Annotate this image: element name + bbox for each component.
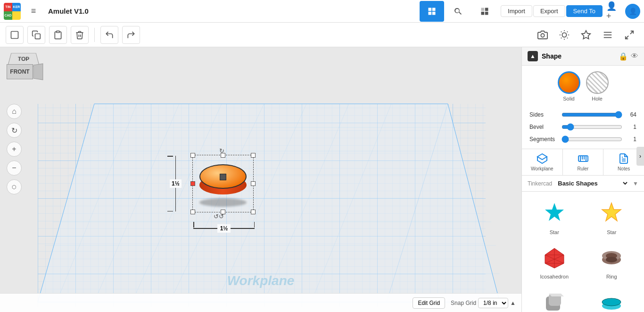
export-button[interactable]: Export xyxy=(533,5,565,17)
view-front-face[interactable]: FRONT xyxy=(7,64,33,79)
handle-bl[interactable] xyxy=(190,210,195,214)
snap-grid-select[interactable]: 1/8 in 1/4 in 1/2 in 1 in xyxy=(478,298,508,308)
svg-rect-3 xyxy=(432,11,436,15)
segments-slider[interactable] xyxy=(561,135,622,143)
copy-button[interactable] xyxy=(27,26,45,44)
paste-button[interactable] xyxy=(49,26,67,44)
undo-button[interactable] xyxy=(100,26,118,44)
solid-type[interactable]: Solid xyxy=(558,71,580,101)
svg-rect-9 xyxy=(35,34,41,39)
shape-item-ring[interactable]: Ring xyxy=(583,240,641,284)
svg-point-11 xyxy=(541,34,544,37)
nav-blocks-button[interactable] xyxy=(472,1,497,22)
segments-param-row: Segments 1 xyxy=(529,135,636,143)
mirror-button[interactable] xyxy=(620,26,638,44)
main-area: TOP FRONT ⌂ ↻ + − ⬡ Workplane 1½ xyxy=(0,47,644,312)
handle-rm[interactable] xyxy=(251,181,256,186)
star-yellow-svg xyxy=(599,201,624,226)
shape-item-icosahedron[interactable]: Icosahedron xyxy=(526,240,583,284)
shape-lock-button[interactable]: 🔒 xyxy=(619,52,628,61)
light-button[interactable] xyxy=(555,26,573,44)
logo-tl: TIN xyxy=(4,3,12,11)
diamond-svg xyxy=(599,290,624,312)
align-icon xyxy=(603,30,613,40)
delete-button[interactable] xyxy=(71,26,89,44)
snap-grid-arrow: ▲ xyxy=(510,300,516,306)
header-nav xyxy=(420,1,497,22)
dim-cap-top xyxy=(167,156,173,157)
nav-grid-button[interactable] xyxy=(420,1,444,22)
bottom-bar: Edit Grid Snap Grid 1/8 in 1/4 in 1/2 in… xyxy=(0,293,521,312)
import-button[interactable]: Import xyxy=(501,5,532,17)
handle-br[interactable] xyxy=(251,210,256,214)
app-logo[interactable]: TIN KER CAD xyxy=(4,3,21,20)
svg-marker-57 xyxy=(602,203,621,221)
user-avatar[interactable]: 👤 xyxy=(625,4,640,19)
nav-build-button[interactable] xyxy=(446,1,471,22)
library-category-select[interactable]: Basic Shapes Text Connectors xyxy=(556,179,629,187)
add-user-icon[interactable]: 👤+ xyxy=(606,5,619,18)
svg-point-12 xyxy=(562,33,566,37)
panel-collapse-button[interactable]: › xyxy=(636,147,644,166)
svg-line-15 xyxy=(561,31,561,32)
camera-icon xyxy=(537,30,548,40)
selection-box xyxy=(192,155,254,212)
view-indicator[interactable]: TOP FRONT xyxy=(5,52,46,92)
handle-tm[interactable] xyxy=(221,153,225,158)
bevel-slider[interactable] xyxy=(561,123,622,131)
dim-value-vertical: 1½ xyxy=(170,179,182,188)
home-view-button[interactable]: ⌂ xyxy=(7,104,22,119)
menu-button[interactable]: ≡ xyxy=(25,2,42,20)
svg-rect-10 xyxy=(57,31,60,32)
new-button[interactable] xyxy=(6,26,24,44)
svg-line-26 xyxy=(626,35,628,38)
send-to-button[interactable]: Send To xyxy=(566,5,603,17)
svg-rect-7 xyxy=(481,8,485,11)
shape-label-star-yellow: Star xyxy=(607,229,616,235)
align-button[interactable] xyxy=(599,26,617,44)
viewport[interactable]: TOP FRONT ⌂ ↻ + − ⬡ Workplane 1½ xyxy=(0,47,521,312)
right-panel: ▲ Shape 🔒 👁 Solid Hole Si xyxy=(521,47,644,312)
svg-rect-6 xyxy=(485,11,488,15)
object-wrapper[interactable]: 1½ 1½ ↻ ↺↺ xyxy=(198,160,248,207)
handle-bm[interactable] xyxy=(221,210,225,214)
sides-label: Sides xyxy=(529,111,558,118)
shape-item-star-yellow[interactable]: Star xyxy=(583,195,641,240)
toolbar-right xyxy=(534,26,638,44)
ruler-button[interactable]: Ruler xyxy=(563,149,604,175)
handle-tr[interactable] xyxy=(251,153,256,158)
app-title: Amulet V1.0 xyxy=(48,7,89,15)
svg-rect-5 xyxy=(485,8,488,11)
edit-grid-button[interactable]: Edit Grid xyxy=(413,297,445,309)
segments-value: 1 xyxy=(626,136,636,143)
shape-thumb-star-teal xyxy=(541,200,568,227)
perspective-button[interactable]: ⬡ xyxy=(7,179,22,194)
workplane-button[interactable]: Workplane xyxy=(522,149,563,175)
camera-button[interactable] xyxy=(534,26,552,44)
sides-slider[interactable] xyxy=(561,111,622,118)
zoom-in-button[interactable]: + xyxy=(7,142,22,157)
handle-tl[interactable] xyxy=(190,153,195,158)
shape-label-star-teal: Star xyxy=(550,229,559,235)
notes-icon xyxy=(618,153,629,164)
svg-rect-1 xyxy=(432,8,436,11)
shape-toggle-button[interactable] xyxy=(577,26,595,44)
shape-eye-button[interactable]: 👁 xyxy=(631,52,638,61)
redo-button[interactable] xyxy=(122,26,140,44)
sides-value: 64 xyxy=(626,111,636,118)
3d-object[interactable] xyxy=(198,160,248,207)
ruler-icon xyxy=(578,153,589,164)
redo-icon xyxy=(126,30,136,40)
dim-line-v-top xyxy=(175,156,176,179)
shape-item-dice[interactable]: Dice xyxy=(526,284,583,312)
rotate-view-button[interactable]: ↻ xyxy=(7,123,22,138)
handle-lm[interactable] xyxy=(190,181,195,186)
hole-type[interactable]: Hole xyxy=(586,71,609,101)
dim-value-horizontal: 1½ xyxy=(217,224,231,233)
shape-item-diamond[interactable]: Diamond xyxy=(583,284,641,312)
zoom-out-button[interactable]: − xyxy=(7,160,22,176)
shape-item-star-teal[interactable]: Star xyxy=(526,195,583,240)
copy-icon xyxy=(32,30,41,40)
segments-label: Segments xyxy=(529,136,558,143)
shape-collapse-button[interactable]: ▲ xyxy=(528,51,538,61)
